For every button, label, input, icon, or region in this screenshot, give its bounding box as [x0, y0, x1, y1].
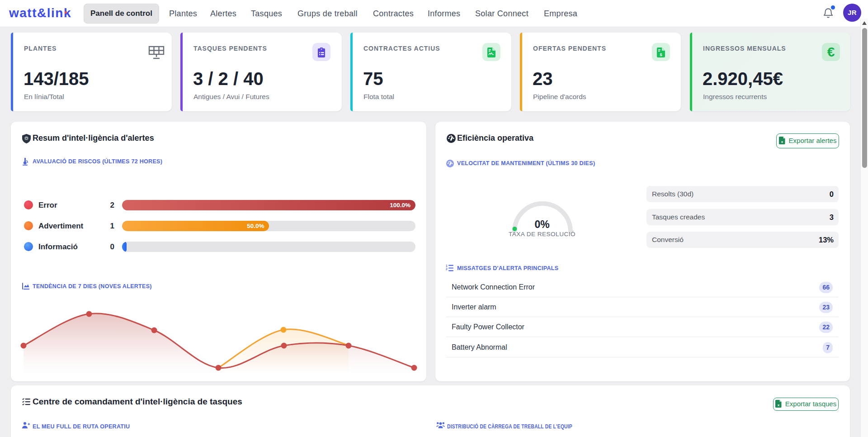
- svg-text:x: x: [778, 403, 780, 407]
- svg-text:$: $: [660, 52, 662, 57]
- svg-text:2: 2: [446, 267, 448, 271]
- svg-text:x: x: [781, 140, 783, 144]
